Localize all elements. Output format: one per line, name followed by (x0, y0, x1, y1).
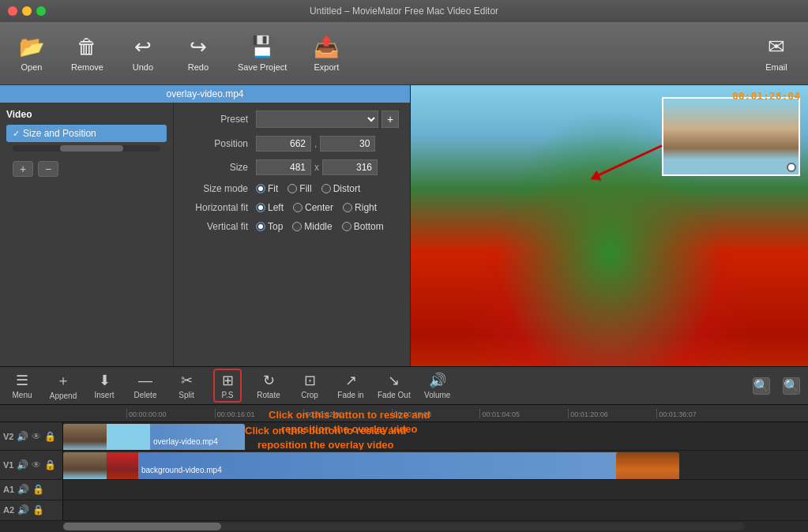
size-position-item[interactable]: ✓ Size and Position (6, 125, 167, 142)
export-button[interactable]: 📤 Export (310, 35, 342, 72)
ruler-mark-6: 00:01:36:07 (656, 409, 745, 418)
clip-v1-label: background-video.mp4 (138, 466, 225, 474)
track-a2-label: A2 🔊 🔒 (0, 500, 63, 520)
insert-button[interactable]: ⬇ Insert (90, 372, 118, 399)
track-a1-lock-btn[interactable]: 🔒 (32, 484, 44, 495)
size-sep-x: x (314, 162, 319, 173)
redo-button[interactable]: ↪ Redo (182, 35, 214, 72)
track-a2-lock-btn[interactable]: 🔒 (32, 504, 44, 515)
clip-v1-thumb (63, 452, 107, 478)
preset-label: Preset (185, 114, 256, 125)
zoom-in-button[interactable]: 🔍 (783, 377, 800, 395)
append-button[interactable]: ＋ Append (49, 371, 77, 400)
undo-button[interactable]: ↩ Undo (127, 35, 159, 72)
distort-radio[interactable]: Distort (321, 183, 361, 194)
resize-handle[interactable] (787, 163, 796, 172)
distort-label: Distort (333, 183, 361, 194)
fadeout-button[interactable]: ↘ Fade Out (378, 372, 411, 399)
size-w-input[interactable] (256, 159, 311, 175)
open-button[interactable]: 📂 Open (16, 35, 47, 72)
track-v1-lock-btn[interactable]: 🔒 (44, 459, 56, 470)
timeline-tracks: V2 🔊 👁 🔒 overlay-video.mp4 Click on this… (0, 422, 808, 521)
undo-label: Undo (133, 62, 153, 72)
window-controls[interactable] (8, 6, 46, 16)
track-v1-audio-btn[interactable]: 🔊 (17, 459, 28, 470)
ps-icon: ⊞ (222, 372, 234, 389)
fit-radio[interactable]: Fit (256, 183, 278, 194)
fadein-icon: ↗ (345, 372, 357, 389)
split-button[interactable]: ✂ Split (172, 372, 201, 399)
remove-filter-button[interactable]: − (38, 161, 58, 177)
clip-v2[interactable]: overlay-video.mp4 (63, 424, 245, 450)
center-radio-circle (293, 203, 303, 212)
track-a2-audio-btn[interactable]: 🔊 (17, 504, 29, 515)
clip-v1[interactable]: background-video.mp4 (63, 452, 663, 478)
save-label: Save Project (238, 62, 287, 72)
remove-label: Remove (71, 62, 103, 72)
save-project-button[interactable]: 💾 Save Project (238, 35, 287, 72)
hfit-label: Horizontal fit (185, 202, 256, 213)
redo-label: Redo (188, 62, 209, 72)
rotate-button[interactable]: ↻ Rotate (254, 372, 283, 399)
sizemode-group: Fit Fill Distort (256, 183, 360, 194)
size-position-label: Size and Position (23, 128, 96, 139)
clip-v2-thumb (63, 424, 107, 450)
hfit-row: Horizontal fit Left Center (185, 202, 399, 213)
position-y-input[interactable] (320, 136, 375, 152)
menu-button[interactable]: ☰ Menu (8, 372, 36, 399)
track-v2-lock-btn[interactable]: 🔒 (44, 431, 56, 442)
volume-button[interactable]: 🔊 Volume (423, 372, 452, 399)
delete-button[interactable]: — Delete (131, 373, 160, 399)
rotate-icon: ↻ (263, 372, 275, 389)
add-filter-button[interactable]: + (13, 161, 33, 177)
left-radio[interactable]: Left (256, 202, 284, 213)
middle-radio[interactable]: Middle (292, 221, 332, 232)
redo-icon: ↪ (190, 35, 207, 59)
props-scrollbar[interactable] (13, 145, 160, 152)
preset-add-button[interactable]: + (381, 111, 399, 128)
track-v1-eye-btn[interactable]: 👁 (32, 459, 41, 470)
track-v2-label: V2 🔊 👁 🔒 (0, 422, 63, 450)
minimize-button[interactable] (22, 6, 32, 16)
crop-button[interactable]: ⊡ Crop (295, 372, 324, 399)
rotate-label: Rotate (257, 391, 280, 399)
remove-button[interactable]: 🗑 Remove (71, 35, 103, 72)
open-label: Open (21, 62, 43, 72)
track-v2-audio-btn[interactable]: 🔊 (17, 431, 28, 442)
bottom-radio[interactable]: Bottom (342, 221, 384, 232)
track-a1-audio-btn[interactable]: 🔊 (17, 484, 29, 495)
track-a1: A1 🔊 🔒 (0, 480, 808, 500)
maximize-button[interactable] (36, 6, 46, 16)
delete-icon: — (138, 373, 152, 389)
bottom-radio-circle (342, 222, 351, 231)
position-x-input[interactable] (256, 136, 311, 152)
top-radio[interactable]: Top (256, 221, 283, 232)
right-radio[interactable]: Right (343, 202, 377, 213)
menu-label: Menu (12, 391, 32, 399)
position-label: Position (185, 138, 256, 149)
volume-label: Volume (424, 391, 450, 399)
close-button[interactable] (8, 6, 17, 16)
ps-button[interactable]: ⊞ P.S (213, 369, 242, 403)
video-category-title: Video (6, 109, 167, 120)
track-v2-name: V2 (3, 432, 13, 441)
split-icon: ✂ (181, 372, 193, 389)
preset-select[interactable] (256, 111, 378, 128)
zoom-out-button[interactable]: 🔍 (753, 377, 770, 395)
clip-v2-label: overlay-video.mp4 (150, 437, 221, 446)
middle-radio-circle (292, 222, 302, 231)
clip-v1-thumb2 (107, 452, 138, 478)
timeline-scrollbar[interactable] (63, 523, 745, 530)
center-radio[interactable]: Center (293, 202, 333, 213)
clip-v2-thumb2 (107, 424, 150, 450)
props-scrollbar-thumb (60, 145, 123, 152)
size-h-input[interactable] (322, 159, 378, 175)
overlay-video-box[interactable] (662, 97, 800, 176)
fadein-button[interactable]: ↗ Fade in (336, 372, 365, 399)
track-v2-eye-btn[interactable]: 👁 (32, 431, 41, 442)
track-v1: V1 🔊 👁 🔒 background-video.mp4 (0, 451, 808, 479)
email-button[interactable]: ✉ Email (761, 35, 792, 72)
fill-radio-circle (287, 184, 297, 193)
track-v1-name: V1 (3, 460, 13, 470)
fill-radio[interactable]: Fill (287, 183, 311, 194)
